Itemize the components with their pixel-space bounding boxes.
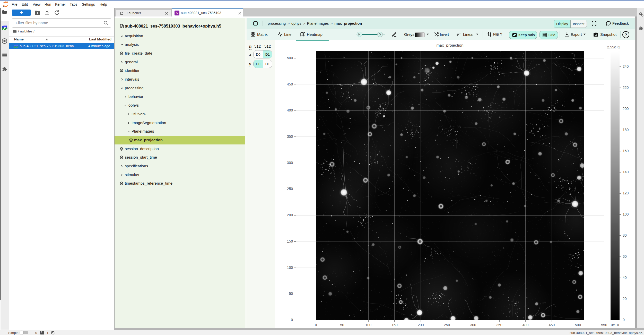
svg-text:?: ? <box>625 32 627 37</box>
